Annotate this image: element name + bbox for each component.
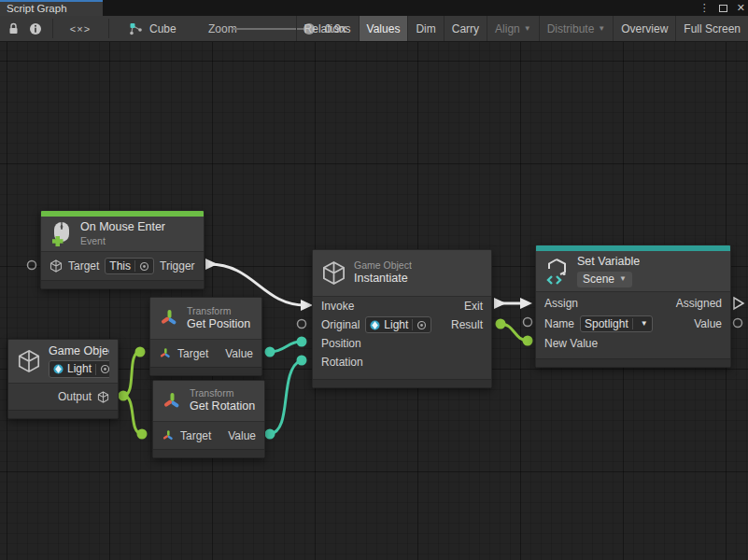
port-instantiate-rotation[interactable]	[297, 356, 307, 366]
code-icon: <×>	[70, 23, 91, 35]
port-getposition-target[interactable]	[135, 347, 146, 357]
node-category: Game Object	[354, 259, 412, 272]
port-instantiate-result[interactable]	[496, 319, 506, 329]
relations-button[interactable]: Relations	[296, 16, 359, 41]
node-game-object-literal[interactable]: Game Object Light Output	[7, 339, 119, 419]
position-label: Position	[321, 337, 361, 350]
port-exit-output[interactable]	[494, 298, 506, 309]
unity-object-icon	[370, 320, 380, 330]
port-setvariable-newvalue[interactable]	[523, 336, 533, 346]
chevron-down-icon: ▼	[524, 24, 531, 33]
node-title: On Mouse Enter	[80, 220, 165, 235]
gameobject-value-field[interactable]: Light	[49, 360, 109, 378]
gameobject-cube-icon	[97, 391, 109, 403]
script-graph-icon	[129, 22, 143, 35]
graph-canvas[interactable]: On Mouse Enter Event Target This Trigger	[0, 42, 748, 560]
assigned-label: Assigned	[676, 297, 722, 310]
transform-icon	[159, 347, 172, 360]
variable-scope-dropdown[interactable]: Scene ▼	[577, 272, 632, 287]
node-on-mouse-enter[interactable]: On Mouse Enter Event Target This Trigger	[40, 210, 205, 289]
lock-icon	[7, 22, 20, 35]
port-setvariable-name[interactable]	[524, 318, 532, 327]
titlebar: Script Graph ⋮ ✕	[0, 0, 748, 16]
node-subtitle: Event	[80, 235, 165, 247]
dim-button[interactable]: Dim	[407, 16, 443, 41]
port-mouseenter-target[interactable]	[28, 261, 36, 270]
rotation-label: Rotation	[321, 356, 363, 369]
node-title: Game Object	[49, 344, 109, 359]
node-title: Instantiate	[354, 272, 412, 287]
node-footer	[536, 358, 730, 367]
node-title: Get Rotation	[190, 399, 255, 414]
node-title: Set Variable	[577, 255, 640, 270]
port-setvariable-assigned[interactable]	[734, 298, 743, 309]
transform-icon	[162, 429, 175, 442]
gameobject-cube-icon	[17, 349, 41, 373]
edge-output-to-getposition-target[interactable]	[123, 352, 140, 396]
node-get-position[interactable]: Transform Get Position Target Value	[149, 297, 262, 376]
carry-button[interactable]: Carry	[444, 16, 487, 41]
original-label: Original	[321, 318, 360, 331]
target-label: Target	[180, 429, 211, 442]
value-label: Value	[694, 317, 722, 330]
node-footer	[153, 449, 264, 457]
overview-button[interactable]: Overview	[613, 16, 675, 41]
window-menu-icon[interactable]: ⋮	[699, 2, 710, 14]
node-category: Transform	[187, 305, 250, 317]
node-footer	[8, 410, 118, 418]
graph-breadcrumb[interactable]: Cube	[129, 16, 176, 41]
object-picker-icon[interactable]	[100, 364, 109, 374]
exit-label: Exit	[464, 300, 483, 313]
unity-variables-icon	[544, 258, 570, 286]
gameobject-cube-icon	[49, 259, 63, 273]
unity-object-icon	[53, 364, 64, 374]
port-setvariable-value[interactable]	[734, 319, 742, 328]
port-trigger-output[interactable]	[205, 259, 218, 270]
fullscreen-button[interactable]: Full Screen	[675, 16, 748, 41]
port-getposition-value[interactable]	[265, 347, 275, 357]
close-icon[interactable]: ✕	[737, 2, 745, 14]
port-assign-input[interactable]	[520, 298, 532, 309]
chevron-down-icon: ▼	[598, 24, 605, 33]
values-button[interactable]: Values	[359, 16, 408, 41]
output-label: Output	[58, 390, 92, 403]
object-picker-icon[interactable]	[139, 261, 149, 272]
edge-getrotation-value-to-rotation[interactable]	[270, 360, 301, 434]
distribute-button[interactable]: Distribute▼	[539, 16, 614, 41]
node-title: Get Position	[187, 317, 250, 332]
name-label: Name	[544, 317, 574, 330]
node-get-rotation[interactable]: Transform Get Rotation Target Value	[152, 380, 265, 458]
transform-icon	[159, 308, 179, 329]
node-set-variable[interactable]: Set Variable Scene ▼ Assign Assigned Nam…	[535, 245, 731, 368]
maximize-icon[interactable]	[719, 5, 727, 12]
target-value-field[interactable]: This	[105, 258, 154, 274]
tab-script-graph[interactable]: Script Graph	[0, 0, 103, 16]
original-value-field[interactable]: Light	[365, 316, 431, 333]
align-button[interactable]: Align▼	[487, 16, 539, 41]
graph-name: Cube	[149, 22, 176, 35]
variable-name-field[interactable]: Spotlight ▼	[580, 315, 653, 332]
object-picker-icon[interactable]	[416, 320, 427, 330]
port-instantiate-original[interactable]	[298, 320, 306, 329]
mouse-event-icon	[49, 221, 73, 246]
result-label: Result	[451, 318, 483, 331]
tab-title: Script Graph	[7, 3, 67, 14]
chevron-down-icon: ▼	[619, 274, 627, 284]
edge-output-to-getrotation-target[interactable]	[123, 396, 142, 434]
node-footer	[150, 367, 261, 375]
node-footer	[41, 280, 204, 288]
port-gameobject-output[interactable]	[119, 391, 129, 401]
chevron-down-icon: ▼	[641, 319, 648, 328]
code-preview-button[interactable]: <×>	[56, 16, 105, 41]
node-instantiate[interactable]: Game Object Instantiate Invoke Exit Orig…	[312, 249, 492, 388]
port-getrotation-target[interactable]	[137, 429, 148, 440]
lock-button[interactable]	[2, 16, 24, 41]
port-instantiate-position[interactable]	[297, 337, 307, 347]
target-label: Target	[68, 259, 99, 273]
port-getrotation-value[interactable]	[265, 429, 275, 440]
trigger-label: Trigger	[160, 259, 197, 273]
node-footer	[313, 379, 491, 387]
new-value-label: New Value	[544, 337, 598, 350]
info-button[interactable]	[24, 16, 47, 41]
gameobject-cube-icon	[321, 260, 346, 286]
